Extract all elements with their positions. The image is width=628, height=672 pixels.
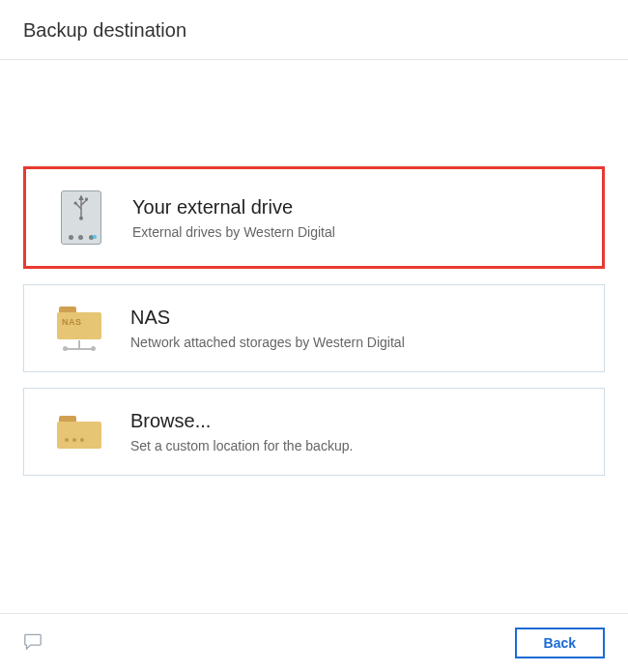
options-list: Your external drive External drives by W… <box>0 60 628 511</box>
page-header: Backup destination <box>0 0 628 60</box>
footer: Back <box>0 613 628 672</box>
option-external-drive[interactable]: Your external drive External drives by W… <box>23 166 605 269</box>
option-subtitle: External drives by Western Digital <box>132 224 335 240</box>
svg-point-3 <box>74 201 77 204</box>
option-title: Your external drive <box>132 196 335 219</box>
nas-folder-icon: NAS <box>45 307 113 350</box>
option-nas[interactable]: NAS NAS Network attached storages by Wes… <box>23 284 605 372</box>
option-subtitle: Set a custom location for the backup. <box>130 438 353 453</box>
external-drive-icon <box>47 190 115 245</box>
svg-rect-4 <box>85 198 88 201</box>
chat-icon[interactable] <box>23 632 43 654</box>
svg-marker-2 <box>78 195 83 200</box>
svg-point-1 <box>79 217 83 220</box>
back-button[interactable]: Back <box>515 628 605 658</box>
nas-folder-label: NAS <box>62 317 82 327</box>
option-browse[interactable]: Browse... Set a custom location for the … <box>23 388 605 476</box>
option-subtitle: Network attached storages by Western Dig… <box>130 335 405 350</box>
option-title: Browse... <box>130 410 353 432</box>
browse-folder-icon <box>45 416 113 449</box>
option-title: NAS <box>130 307 405 329</box>
page-title: Backup destination <box>23 19 605 42</box>
